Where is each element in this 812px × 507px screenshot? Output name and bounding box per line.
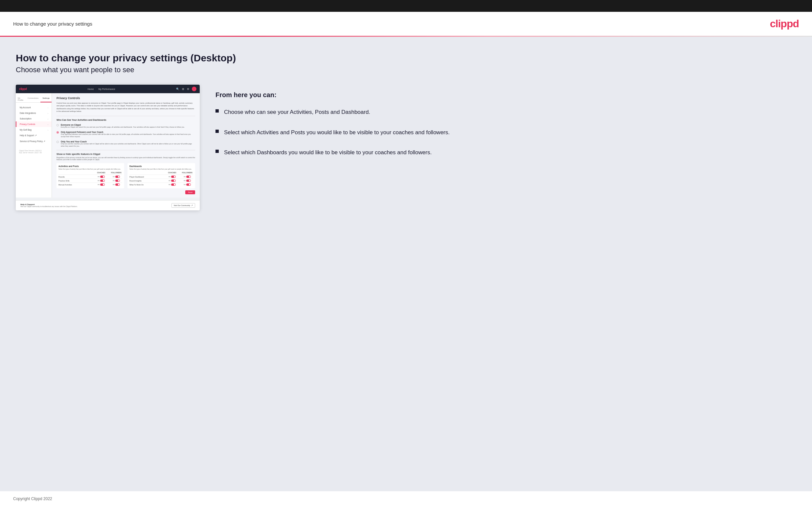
manual-followers-pill	[115, 183, 120, 186]
rounds-coaches-toggle[interactable]: ON	[95, 176, 107, 178]
mockup-body: My Profile Connections Settings My Accou…	[16, 93, 200, 198]
sidebar-item-privacy-controls[interactable]: Privacy Controls ›	[16, 121, 52, 127]
bullet-text-1: Choose who can see your Activities, Post…	[224, 108, 370, 116]
player-dash-followers-pill	[186, 176, 191, 178]
radio-desc-only-you: Only you and the coaches you connect wit…	[61, 143, 195, 147]
drills-coaches-toggle[interactable]: ON	[95, 179, 107, 182]
player-dash-coaches-on-label: ON	[168, 176, 170, 177]
mockup-privacy-controls-desc: Control how you and your data appears to…	[56, 102, 195, 113]
radio-only-you[interactable]: Only You and Your Coach Only you and the…	[56, 140, 195, 147]
tab-settings[interactable]: Settings	[40, 96, 52, 102]
sidebar-item-help-support[interactable]: Help & Support ↗	[16, 132, 52, 138]
header-title: How to change your privacy settings	[13, 21, 92, 26]
info-bullet-1: Choose who can see your Activities, Post…	[215, 108, 796, 116]
app-mockup: clippd Home My Performance 🔍 ⊞ ⚙	[16, 84, 200, 210]
manual-coaches-toggle[interactable]: ON	[95, 183, 107, 186]
radio-desc-everyone: Everyone on Clippd can search for you an…	[61, 126, 185, 128]
main-content: How to change your privacy settings (Des…	[0, 37, 812, 491]
manual-followers-toggle[interactable]: ON	[110, 183, 122, 186]
logo: clippd	[770, 18, 799, 30]
tab-connections[interactable]: Connections	[26, 96, 40, 102]
what-to-work-followers-toggle[interactable]: ON	[181, 183, 193, 186]
player-dash-coaches-toggle[interactable]: ON	[166, 176, 178, 178]
radio-desc-approved-followers: Only approved followers and coaches you …	[61, 133, 195, 138]
manual-followers-on-label: ON	[113, 184, 115, 185]
info-bullet-3: Select which Dashboards you would like t…	[215, 148, 796, 157]
activities-coaches-header: COACHES	[95, 172, 107, 174]
copyright-text: Copyright Clippd 2022	[13, 497, 52, 501]
bullet-text-3: Select which Dashboards you would like t…	[224, 148, 432, 157]
dashboards-table-desc: Select the types of activity that you'd …	[130, 168, 193, 170]
user-avatar[interactable]	[192, 87, 196, 91]
save-button[interactable]: Save	[185, 190, 195, 194]
round-insights-followers-on-label: ON	[184, 180, 186, 181]
sidebar-tab-row: My Profile Connections Settings	[16, 96, 52, 103]
round-insights-followers-toggle[interactable]: ON	[181, 179, 193, 182]
drills-followers-on-label: ON	[113, 180, 115, 181]
visit-community-button[interactable]: Visit Our Community ↗	[171, 203, 195, 208]
sidebar-item-subscription[interactable]: Subscription ›	[16, 116, 52, 121]
drills-coaches-on-label: ON	[98, 180, 100, 181]
round-insights-toggles: ON ON	[166, 179, 193, 182]
two-column-layout: clippd Home My Performance 🔍 ⊞ ⚙	[16, 84, 796, 210]
bullet-text-2: Select which Activities and Posts you wo…	[224, 128, 450, 137]
mockup-nav-performance[interactable]: My Performance	[98, 88, 115, 90]
dashboards-table-header: COACHES FOLLOWERS	[130, 172, 193, 174]
sidebar-item-data-integrations[interactable]: Data Integrations ›	[16, 110, 52, 116]
bullet-square-2	[215, 130, 219, 133]
drills-followers-pill	[115, 179, 120, 182]
what-to-work-coaches-on-label: ON	[168, 184, 170, 185]
dashboards-label-player: Player Dashboard	[130, 176, 144, 178]
settings-icon[interactable]: ⚙	[187, 88, 189, 91]
radio-approved-followers[interactable]: Only Approved Followers and Your Coach O…	[56, 131, 195, 138]
top-bar	[0, 0, 812, 12]
sidebar-item-my-account[interactable]: My Account ›	[16, 105, 52, 110]
activities-table-header: COACHES FOLLOWERS	[58, 172, 122, 174]
chevron-icon-my-account: ›	[48, 107, 48, 109]
drills-followers-toggle[interactable]: ON	[110, 179, 122, 182]
rounds-followers-toggle[interactable]: ON	[110, 176, 122, 178]
sidebar-item-privacy-policy[interactable]: Service & Privacy Policy ↗	[16, 138, 52, 145]
sidebar-version: Clippd Client Version: 2022.8.2SQL Serve…	[16, 147, 52, 156]
radio-label-everyone: Everyone on Clippd	[61, 124, 185, 126]
page-subheading: Choose what you want people to see	[16, 66, 796, 74]
sidebar-label-my-account: My Account	[20, 106, 31, 109]
info-bullets: Choose who can see your Activities, Post…	[215, 108, 796, 157]
radio-circle-everyone	[56, 124, 59, 126]
what-to-work-followers-pill	[186, 183, 191, 186]
drills-toggles: ON ON	[95, 179, 122, 182]
activities-row-manual: Manual Activities ON ON	[58, 182, 122, 186]
grid-icon[interactable]: ⊞	[182, 88, 184, 91]
dashboards-table: Dashboards Select the types of activity …	[128, 163, 195, 188]
round-insights-coaches-toggle[interactable]: ON	[166, 179, 178, 182]
mockup-nav-home[interactable]: Home	[88, 88, 94, 90]
activities-row-practice-drills: Practice Drills ON ON	[58, 178, 122, 182]
rounds-coaches-pill	[100, 176, 105, 178]
search-icon[interactable]: 🔍	[176, 88, 180, 91]
player-dash-followers-toggle[interactable]: ON	[181, 176, 193, 178]
rounds-toggles: ON ON	[95, 176, 122, 178]
player-dash-toggles: ON ON	[166, 176, 193, 178]
what-to-work-followers-on-label: ON	[184, 184, 186, 185]
dashboards-row-player: Player Dashboard ON ON	[130, 175, 193, 178]
what-to-work-coaches-toggle[interactable]: ON	[166, 183, 178, 186]
mockup-help-desc: Visit our Clippd community to troublesho…	[20, 206, 78, 208]
save-row: Save	[56, 190, 195, 194]
radio-everyone[interactable]: Everyone on Clippd Everyone on Clippd ca…	[56, 124, 195, 128]
radio-circle-only-you	[56, 141, 59, 143]
radio-text-everyone: Everyone on Clippd Everyone on Clippd ca…	[61, 124, 185, 128]
screenshot-col: clippd Home My Performance 🔍 ⊞ ⚙	[16, 84, 200, 210]
what-to-work-coaches-pill	[171, 183, 176, 186]
info-bullet-2: Select which Activities and Posts you wo…	[215, 128, 796, 137]
rounds-coaches-on-label: ON	[98, 176, 100, 177]
tab-my-profile[interactable]: My Profile	[16, 96, 26, 102]
mockup-main-panel: Privacy Controls Control how you and you…	[52, 93, 200, 198]
radio-text-only-you: Only You and Your Coach Only you and the…	[61, 140, 195, 147]
mockup-help-section: Help & Support Visit our Clippd communit…	[16, 200, 200, 210]
sidebar-label-help-support: Help & Support ↗	[20, 134, 37, 137]
sidebar-item-my-golf-bag[interactable]: My Golf Bag ›	[16, 127, 52, 132]
manual-coaches-pill	[100, 183, 105, 186]
dashboards-row-round-insights: Round Insights ON ON	[130, 178, 193, 182]
mockup-nav: Home My Performance	[88, 88, 115, 90]
sidebar-label-my-golf-bag: My Golf Bag	[20, 129, 32, 131]
